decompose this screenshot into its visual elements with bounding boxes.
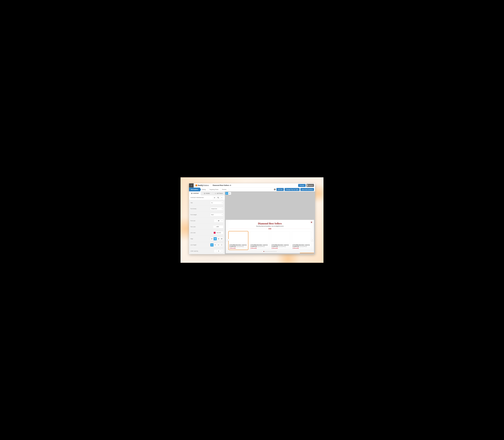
tab-content[interactable]: CONTENT xyxy=(189,192,201,195)
step-setting[interactable]: Setting xyxy=(200,188,208,191)
ab-test-button[interactable]: A/B Test xyxy=(277,188,284,191)
sale-price: {{ salePrice}} xyxy=(293,246,299,247)
carousel-dot[interactable] xyxy=(273,251,273,252)
carousel-dot[interactable] xyxy=(276,251,276,252)
carousel-dot[interactable] xyxy=(269,251,270,252)
main: CONTENT ROWS SETTINGS CONTENT PROPERTIES xyxy=(189,192,315,254)
product-price: {{ productPrice}} xyxy=(257,246,265,247)
carousel-dot[interactable] xyxy=(265,251,266,252)
align-justify[interactable] xyxy=(220,237,223,240)
select-title-value: H1 xyxy=(211,202,213,204)
properties-header: CONTENT PROPERTIES xyxy=(189,195,225,200)
desktop-icon xyxy=(226,193,227,194)
letter-spacing-decrement[interactable]: - xyxy=(214,249,217,253)
align-left[interactable] xyxy=(210,237,214,240)
popup-close-button[interactable]: ✕ xyxy=(310,221,312,224)
collapse-button[interactable] xyxy=(220,196,223,199)
product-prices: {{ salePrice}} {{ productPrice}} {{ disc… xyxy=(229,246,247,249)
carousel-dots xyxy=(229,251,311,252)
carousel-dot[interactable] xyxy=(274,251,275,252)
help-icon[interactable]: ? xyxy=(274,189,276,190)
back-button[interactable] xyxy=(189,183,194,188)
product-card[interactable]: {{ itemObject['product_name'] }} {{ sale… xyxy=(229,231,248,250)
device-desktop[interactable] xyxy=(225,192,228,195)
chevron-down-icon: ▾ xyxy=(222,214,223,215)
gear-icon[interactable]: ⚙ xyxy=(230,184,231,186)
step-review[interactable]: Review xyxy=(220,188,228,191)
svg-rect-3 xyxy=(192,193,192,194)
tab-rows[interactable]: ROWS xyxy=(201,192,213,195)
text-color-input[interactable] xyxy=(216,226,223,228)
line-height-normal-icon xyxy=(214,245,216,245)
line-height-1[interactable] xyxy=(210,243,214,247)
page-title: Diamond Best Sellers xyxy=(213,184,229,186)
label-line-height: Line height xyxy=(190,244,209,246)
row-font-size: Font size - 22 + xyxy=(189,218,225,224)
chevron-down-icon xyxy=(221,197,223,198)
line-height-2[interactable] xyxy=(214,243,217,247)
brand-mark-icon xyxy=(196,184,197,186)
font-size-value[interactable]: 22 xyxy=(217,219,221,222)
label-letter-spacing: Letter spacing xyxy=(190,250,213,252)
select-font-weight[interactable]: Bold▾ xyxy=(210,213,223,216)
link-color-input[interactable] xyxy=(216,232,223,234)
carousel-dot[interactable] xyxy=(264,251,264,252)
align-left-icon xyxy=(211,238,213,239)
product-card[interactable]: {{ itemObject['product_name'] }} {{ sale… xyxy=(250,231,269,250)
product-name: {{ itemObject['product_name'] }} xyxy=(229,244,247,246)
font-size-increment[interactable]: + xyxy=(221,219,223,222)
grid-icon xyxy=(191,193,192,194)
change-type-button[interactable]: Change Pop-Up Type xyxy=(285,188,300,191)
letter-spacing-increment[interactable]: + xyxy=(221,249,223,253)
carousel-dot[interactable] xyxy=(266,251,267,252)
line-height-3[interactable] xyxy=(217,243,220,247)
chevron-down-icon: ▾ xyxy=(222,202,223,203)
link-color-field[interactable] xyxy=(213,231,223,234)
popup-subheading[interactable]: Dazzling diamond jewellery, now at delig… xyxy=(229,225,311,227)
align-right[interactable] xyxy=(217,237,220,240)
status-toggle[interactable]: Inactive xyxy=(307,184,314,187)
carousel-prev[interactable]: ‹ xyxy=(226,239,229,241)
tab-settings[interactable]: SETTINGS xyxy=(213,192,225,195)
letter-spacing-value[interactable]: 1 xyxy=(217,249,221,253)
label-title: Title xyxy=(190,202,209,204)
discount: {{ discount}} xyxy=(293,248,299,249)
row-title: Title H1▾ xyxy=(189,200,225,206)
select-font-family[interactable]: Global font▾ xyxy=(210,207,223,210)
product-name: {{ itemObject['product_name'] }} xyxy=(293,244,310,246)
product-card[interactable]: {{ itemObject['product_name'] }} {{ sale… xyxy=(292,231,311,250)
canvas-area: ✕ Diamond Best Sellers Dazzling diamond … xyxy=(225,192,315,254)
carousel-dot[interactable] xyxy=(268,251,269,252)
line-height-group xyxy=(210,243,223,247)
link-color-swatch xyxy=(214,232,216,234)
product-price: {{ productPrice}} xyxy=(236,246,244,247)
popup-heading[interactable]: Diamond Best Sellers xyxy=(229,222,311,225)
align-center[interactable] xyxy=(214,237,217,240)
text-color-field[interactable] xyxy=(213,225,223,228)
product-card[interactable]: {{ itemObject['product_name'] }} {{ sale… xyxy=(271,231,290,250)
brand-light: Visitors xyxy=(203,184,209,187)
duplicate-button[interactable] xyxy=(217,196,220,199)
carousel-next[interactable]: › xyxy=(311,239,314,241)
delete-button[interactable] xyxy=(213,196,216,199)
preview-button[interactable]: Preview xyxy=(298,184,306,187)
product-prices: {{ salePrice}} {{ productPrice}} {{ disc… xyxy=(293,246,310,249)
select-font-family-value: Global font xyxy=(211,208,217,209)
canvas[interactable]: ✕ Diamond Best Sellers Dazzling diamond … xyxy=(226,195,314,253)
line-height-4[interactable] xyxy=(220,243,223,247)
stepper-letter-spacing: - 1 + xyxy=(214,249,223,253)
label-link-color: Link color xyxy=(190,232,212,234)
font-size-decrement[interactable]: - xyxy=(214,219,217,222)
mobile-icon xyxy=(229,193,230,194)
device-mobile[interactable] xyxy=(228,192,231,195)
carousel-dot[interactable] xyxy=(271,251,272,252)
select-title[interactable]: H1▾ xyxy=(210,201,223,204)
row-link-color: Link color xyxy=(189,230,225,236)
step-targeting[interactable]: Targeting Rules xyxy=(208,188,220,191)
row-line-height: Line height xyxy=(189,242,225,248)
step-description[interactable]: Description xyxy=(189,188,200,191)
align-group xyxy=(210,237,223,240)
list-icon xyxy=(215,193,216,194)
save-continue-button[interactable]: Save And Continue xyxy=(300,188,314,191)
row-letter-spacing: Letter spacing - 1 + xyxy=(189,248,225,254)
